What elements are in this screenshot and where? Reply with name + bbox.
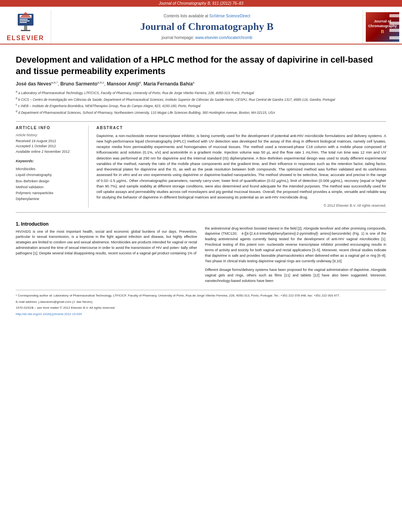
doi-link[interactable]: http://dx.doi.org/10.1016/j.jchromb.2012… — [16, 312, 82, 316]
journal-homepage-link[interactable]: www.elsevier.com/locate/chromb — [195, 35, 252, 40]
authors-line: José das Nevesa,b,*, Bruno Sarmentoa,b,c… — [16, 81, 386, 87]
journal-title: Journal of Chromatography B — [140, 21, 273, 33]
info-abstract-section: ARTICLE INFO Article history: Received 1… — [16, 121, 386, 208]
svg-rect-3 — [20, 20, 30, 21]
received-date: Received 19 August 2012 — [16, 139, 82, 144]
journal-banner: Journal of Chromatography B, 911 (2012) … — [0, 0, 402, 7]
keyword-4: Method validation — [16, 184, 82, 190]
footnote-email: E-mail address: j.dasneves@gmail.com (J.… — [16, 300, 386, 305]
intro-right-text-2: Different dosage forms/delivery systems … — [205, 267, 387, 284]
article-content: Development and validation of a HPLC met… — [0, 44, 402, 324]
keyword-1: Microbicides — [16, 166, 82, 172]
journal-homepage: journal homepage: www.elsevier.com/locat… — [161, 35, 252, 40]
sciverse-line: Contents lists available at SciVerse Sci… — [163, 14, 250, 18]
content-divider — [16, 212, 386, 213]
keywords-label: Keywords: — [16, 159, 82, 163]
abstract-text: Dapivirine, a non-nucleoside reverse tra… — [96, 133, 386, 200]
history-label: Article history: — [16, 133, 82, 137]
intro-left-text: HIV/AIDS is one of the most important he… — [16, 229, 197, 257]
intro-section-title: 1. Introduction — [16, 221, 197, 227]
body-content: 1. Introduction HIV/AIDS is one of the m… — [16, 217, 386, 284]
journal-header: ELSEVIER Contents lists available at Sci… — [0, 7, 402, 44]
accepted-date: Accepted 1 October 2012 — [16, 144, 82, 149]
author-1: José das Neves — [16, 81, 51, 87]
footnote-corresponding: * Corresponding author at: Laboratory of… — [16, 293, 386, 298]
keyword-6: Diphenylamine — [16, 196, 82, 202]
available-date: Available online 2 November 2012 — [16, 149, 82, 155]
article-info-label: ARTICLE INFO — [16, 126, 82, 130]
body-right: the antiretroviral drug tenofovir booste… — [205, 217, 387, 284]
copyright-text: © 2012 Elsevier B.V. All rights reserved… — [96, 204, 386, 208]
article-info-col: ARTICLE INFO Article history: Received 1… — [16, 126, 89, 208]
article-title: Development and validation of a HPLC met… — [16, 54, 386, 77]
footnotes: * Corresponding author at: Laboratory of… — [16, 290, 386, 317]
journal-logo-box: Journal of Chromatography B — [366, 12, 399, 42]
body-left: 1. Introduction HIV/AIDS is one of the m… — [16, 217, 197, 284]
svg-rect-2 — [20, 19, 28, 20]
sciverse-link[interactable]: SciVerse ScienceDirect — [209, 14, 250, 18]
keyword-2: Liquid chromatography — [16, 172, 82, 178]
keywords-section: Keywords: Microbicides Liquid chromatogr… — [16, 159, 82, 202]
affiliation-b: b b CICS – Centro de Investigação em Ciê… — [16, 96, 386, 102]
svg-rect-7 — [21, 30, 30, 31]
journal-right-logo: Journal of Chromatography B — [363, 10, 402, 44]
affiliations: a a Laboratory of Pharmaceutical Technol… — [16, 90, 386, 115]
elsevier-wordmark: ELSEVIER — [7, 35, 44, 42]
page: Journal of Chromatography B, 911 (2012) … — [0, 0, 402, 532]
keyword-5: Polymeric nanoparticles — [16, 190, 82, 196]
abstract-col: ABSTRACT Dapivirine, a non-nucleoside re… — [96, 126, 386, 208]
affiliation-c: c c INEB – Instituto de Engenharia Biomé… — [16, 103, 386, 109]
affiliation-d: d d Department of Pharmaceutical Science… — [16, 109, 386, 115]
article-history: Article history: Received 19 August 2012… — [16, 133, 82, 155]
footnote-issn: 1570-0232/$ – see front matter © 2012 El… — [16, 306, 386, 311]
author-3: Mansoor Amiji — [107, 81, 139, 87]
affiliation-a: a a Laboratory of Pharmaceutical Technol… — [16, 90, 386, 96]
svg-rect-6 — [24, 26, 27, 30]
journal-citation: Journal of Chromatography B, 911 (2012) … — [159, 1, 243, 6]
keyword-3: Box–Behnken design — [16, 178, 82, 184]
elsevier-logo: ELSEVIER — [0, 10, 51, 44]
intro-right-text-1: the antiretroviral drug tenofovir booste… — [205, 226, 387, 265]
author-2: Bruno Sarmento — [60, 81, 97, 87]
svg-rect-4 — [20, 22, 27, 23]
elsevier-tree-icon — [14, 12, 37, 33]
journal-center-header: Contents lists available at SciVerse Sci… — [51, 10, 363, 44]
author-4: Maria Fernanda Bahia — [144, 81, 193, 87]
abstract-label: ABSTRACT — [96, 126, 386, 130]
footnote-doi: http://dx.doi.org/10.1016/j.jchromb.2012… — [16, 312, 386, 317]
